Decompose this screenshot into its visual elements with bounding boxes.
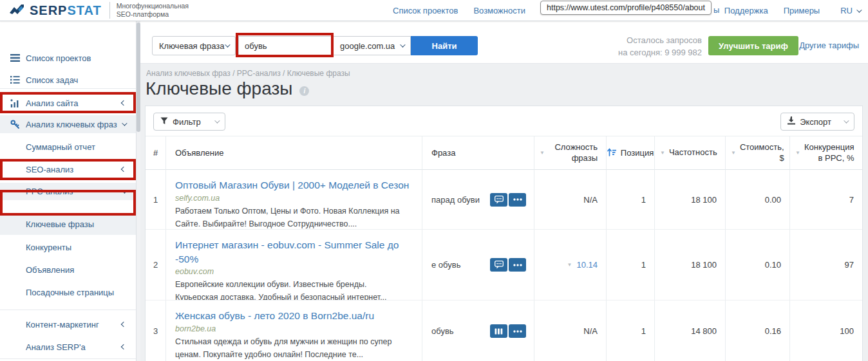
sort-chevron-icon: ▼	[660, 150, 665, 156]
sort-active-icon	[607, 148, 616, 158]
competition-cell: 7	[790, 170, 862, 230]
sidebar-item-site-analysis[interactable]: Анализ сайта	[0, 95, 136, 111]
sidebar-scrollbar[interactable]	[137, 21, 140, 361]
competition-cell: 97	[790, 230, 862, 301]
sidebar-item-ads[interactable]: Объявления	[0, 261, 136, 278]
ad-title-link[interactable]: Интернет магазин - eobuv.com - Summer Sa…	[175, 238, 411, 266]
nav-examples[interactable]: Примеры	[784, 6, 820, 15]
sidebar-divider	[0, 310, 136, 310]
chevron-left-icon	[121, 344, 126, 349]
keyword-ads-table: # Объявление Фраза ▼ Сложность фразы Поз…	[146, 136, 862, 361]
breadcrumb-item[interactable]: Ключевые фразы	[287, 69, 350, 78]
sidebar-item-content-marketing[interactable]: Контент-маркетинг	[0, 316, 136, 333]
breadcrumb-item[interactable]: PPC-анализ	[237, 69, 281, 78]
search-engine-select[interactable]: google.com.ua	[333, 36, 411, 55]
sidebar-item-competitors[interactable]: Конкуренты	[0, 239, 136, 255]
column-header-ad: Объявление	[166, 136, 422, 170]
task-list-icon	[10, 75, 20, 85]
serpstat-logo[interactable]: SERPSTAT	[9, 3, 102, 18]
chevron-down-icon	[844, 118, 849, 123]
table-row-num: 2	[146, 230, 166, 301]
difficulty-cell: N/A	[534, 170, 607, 230]
nav-features[interactable]: Возможности	[473, 6, 525, 15]
table-row-num: 1	[146, 170, 166, 230]
ellipsis-icon[interactable]	[509, 324, 526, 338]
chevron-left-icon	[121, 100, 126, 106]
sidebar-item-seo-analysis[interactable]: SEO-анализ	[0, 161, 136, 178]
nav-hidden-fragment: ы	[713, 5, 719, 15]
sort-chevron-icon: ▼	[540, 150, 545, 156]
language-selector[interactable]: RU	[840, 6, 860, 15]
sidebar-item-summary-report[interactable]: Суммарный отчет	[0, 138, 136, 155]
breadcrumb: Анализ ключевых фраз / PPC-анализ / Ключ…	[146, 69, 350, 78]
sidebar-item-keyword-analysis[interactable]: Анализ ключевых фраз	[0, 115, 136, 133]
chevron-down-icon	[856, 7, 862, 12]
chevron-left-icon	[121, 167, 126, 172]
search-type-select[interactable]: Ключевая фраза	[152, 36, 236, 55]
other-plans-link[interactable]: Другие тарифы	[799, 41, 859, 50]
filter-button[interactable]: Фильтр	[153, 113, 225, 131]
top-header: SERPSTAT Многофункциональная SEO-платфор…	[0, 0, 868, 21]
cost-cell: 0.16	[726, 301, 790, 361]
upgrade-plan-button[interactable]: Улучшить тариф	[708, 36, 798, 55]
chevron-down-icon[interactable]: ▼	[567, 262, 572, 268]
column-header-competition[interactable]: ▼ Конкуренция в PPC, %	[790, 136, 862, 170]
quota-remaining: Осталось запросов на сегодня: 9 999 982	[618, 35, 702, 59]
sort-chevron-icon: ▼	[731, 150, 736, 156]
url-tooltip: https://www.utest.com/profile/p408550/ab…	[540, 1, 712, 15]
chat-bubble-icon[interactable]	[490, 193, 507, 207]
cost-cell: 0.10	[726, 230, 790, 301]
column-header-position[interactable]: Позиция	[607, 136, 655, 170]
column-header-volume[interactable]: ▼ Частотность	[655, 136, 726, 170]
volume-cell: 18 100	[655, 230, 726, 301]
phrase-cell: обувь	[422, 301, 534, 361]
sidebar-item-serp-analysis[interactable]: Анализ SERP'a	[0, 338, 136, 355]
ad-domain: eobuv.com	[175, 267, 411, 276]
column-header-phrase: Фраза	[422, 136, 534, 170]
cost-cell: 0.00	[726, 170, 790, 230]
sidebar-item-task-list[interactable]: Список задач	[0, 71, 136, 88]
chevron-left-icon	[121, 322, 126, 327]
position-cell: 1	[607, 301, 655, 361]
competition-cell: 100	[790, 301, 862, 361]
sidebar-item-key-phrases[interactable]: Ключевые фразы	[0, 214, 136, 235]
column-header-difficulty[interactable]: ▼ Сложность фразы	[534, 136, 607, 170]
difficulty-cell: N/A	[534, 301, 607, 361]
phrase-cell: парад обуви	[422, 170, 534, 230]
ad-description: Европейские коллекции обуви. Известные б…	[175, 278, 411, 301]
sidebar-divider	[0, 358, 136, 359]
nav-project-list[interactable]: Список проектов	[393, 6, 458, 15]
keyword-search-input[interactable]	[238, 36, 333, 55]
position-cell: 1	[607, 170, 655, 230]
ad-domain: born2be.ua	[175, 324, 411, 333]
column-header-cost[interactable]: ▼ Стоимость, $	[726, 136, 790, 170]
search-button[interactable]: Найти	[411, 36, 478, 55]
chevron-down-icon	[225, 42, 230, 47]
ad-description: Работаем Только Оптом, Цены и Фото. Нова…	[175, 205, 411, 230]
sidebar-item-project-list[interactable]: Список проектов	[0, 50, 136, 66]
bars-icon[interactable]	[490, 324, 507, 338]
menu-icon	[10, 53, 20, 63]
results-card: Фильтр Экспорт # Объявление Фраза ▼ Слож…	[145, 106, 863, 361]
ellipsis-icon[interactable]	[509, 258, 526, 272]
volume-cell: 14 800	[655, 301, 726, 361]
ad-title-link[interactable]: Оптовый Магазин Обуви | 2000+ Моделей в …	[175, 178, 411, 192]
ad-domain: selfy.com.ua	[175, 194, 411, 203]
ad-description: Стильная одежда и обувь для мужчин и жен…	[175, 335, 411, 361]
page-title: Ключевые фразы	[146, 79, 292, 99]
ad-cell: Интернет магазин - eobuv.com - Summer Sa…	[166, 230, 422, 301]
scrollbar-thumb[interactable]	[137, 23, 140, 132]
chevron-down-icon	[400, 42, 405, 47]
ad-title-link[interactable]: Женская обувь - лето 2020 в Born2be.ua/r…	[175, 309, 411, 323]
nav-support[interactable]: Поддержка	[724, 6, 768, 15]
info-icon[interactable]: i	[299, 86, 309, 96]
breadcrumb-item[interactable]: Анализ ключевых фраз	[146, 69, 231, 78]
sidebar-item-ppc-analysis[interactable]: PPC-анализ	[0, 183, 136, 200]
volume-cell: 18 100	[655, 170, 726, 230]
chat-bubble-icon[interactable]	[490, 258, 507, 272]
download-icon	[788, 116, 795, 127]
export-button[interactable]: Экспорт	[780, 113, 854, 131]
sidebar-item-landing-pages[interactable]: Посадочные страницы	[0, 284, 136, 301]
sidebar: Список проектов Список задач Анализ сайт…	[0, 21, 137, 361]
ellipsis-icon[interactable]	[509, 193, 526, 207]
